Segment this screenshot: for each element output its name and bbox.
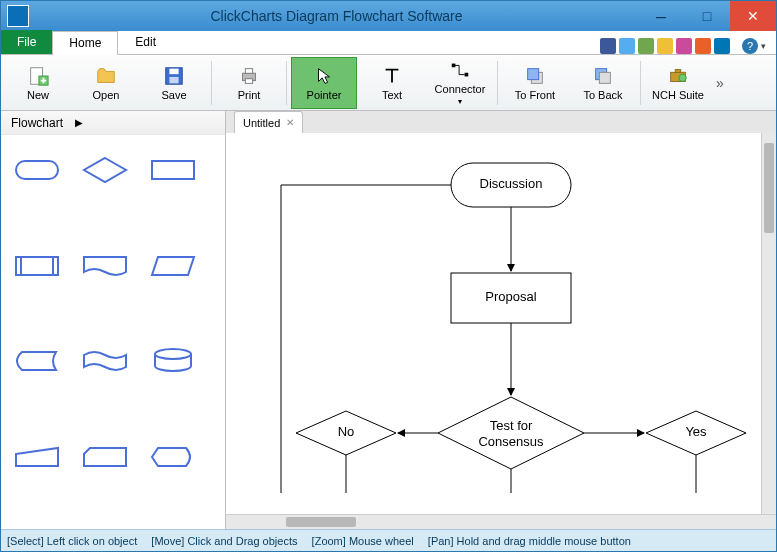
open-icon — [95, 65, 117, 87]
status-pan: [Pan] Hold and drag middle mouse button — [428, 535, 631, 547]
vertical-scrollbar[interactable] — [761, 133, 776, 514]
svg-rect-6 — [245, 68, 252, 73]
titlebar: ClickCharts Diagram Flowchart Software — [1, 1, 776, 31]
node-proposal[interactable]: Proposal — [485, 289, 536, 304]
shape-terminator[interactable] — [5, 145, 69, 195]
pointer-button[interactable]: Pointer — [291, 57, 357, 109]
svg-rect-13 — [599, 72, 610, 83]
tofront-icon — [524, 65, 546, 87]
text-button[interactable]: Text — [359, 57, 425, 109]
svg-point-22 — [155, 349, 191, 359]
shape-data[interactable] — [141, 241, 205, 291]
horizontal-scrollbar[interactable] — [226, 514, 776, 529]
tab-home[interactable]: Home — [52, 31, 118, 55]
status-move: [Move] Click and Drag objects — [151, 535, 297, 547]
node-test-l2[interactable]: Consensus — [478, 434, 544, 449]
dropdown-icon[interactable]: ▾ — [458, 97, 462, 106]
new-icon — [27, 65, 49, 87]
app-icon — [7, 5, 29, 27]
print-icon — [238, 65, 260, 87]
canvas[interactable]: Discussion Proposal Test for Conse — [226, 133, 761, 514]
svg-rect-11 — [528, 68, 539, 79]
connector-button[interactable]: Connector ▾ — [427, 57, 493, 109]
shape-card[interactable] — [73, 432, 137, 482]
maximize-button[interactable] — [684, 1, 730, 31]
minimize-button[interactable] — [638, 1, 684, 31]
window-title: ClickCharts Diagram Flowchart Software — [35, 8, 638, 24]
bookmark-icon[interactable] — [657, 38, 673, 54]
svg-rect-7 — [245, 78, 252, 83]
connector-icon — [449, 59, 471, 81]
status-zoom: [Zoom] Mouse wheel — [312, 535, 414, 547]
document-tab[interactable]: Untitled ✕ — [234, 111, 303, 133]
svg-rect-8 — [452, 64, 456, 68]
toback-icon — [592, 65, 614, 87]
shape-predefined[interactable] — [5, 241, 69, 291]
shape-database[interactable] — [141, 336, 205, 386]
node-discussion[interactable]: Discussion — [480, 176, 543, 191]
svg-rect-18 — [152, 161, 194, 179]
shapes-sidebar: Flowchart ▶ — [1, 111, 226, 529]
save-button[interactable]: Save — [141, 57, 207, 109]
close-tab-icon[interactable]: ✕ — [286, 117, 294, 128]
shape-manual-input[interactable] — [5, 432, 69, 482]
social-bar: ? ▾ — [600, 38, 776, 54]
ribbon-separator — [211, 61, 212, 105]
ribbon-separator — [640, 61, 641, 105]
svg-point-16 — [679, 74, 686, 81]
ribbon-separator — [286, 61, 287, 105]
stumbleupon-icon[interactable] — [695, 38, 711, 54]
svg-rect-15 — [675, 69, 681, 72]
node-no[interactable]: No — [338, 424, 355, 439]
nch-suite-button[interactable]: NCH Suite — [645, 57, 711, 109]
tab-edit[interactable]: Edit — [118, 30, 173, 54]
people-icon[interactable] — [676, 38, 692, 54]
google-plus-icon[interactable] — [638, 38, 654, 54]
print-button[interactable]: Print — [216, 57, 282, 109]
ribbon-separator — [497, 61, 498, 105]
shape-process[interactable] — [141, 145, 205, 195]
chevron-right-icon: ▶ — [75, 117, 83, 128]
node-yes[interactable]: Yes — [685, 424, 707, 439]
save-icon — [163, 65, 185, 87]
to-front-button[interactable]: To Front — [502, 57, 568, 109]
shape-display[interactable] — [141, 432, 205, 482]
status-bar: [Select] Left click on object [Move] Cli… — [1, 529, 776, 551]
pointer-icon — [313, 65, 335, 87]
to-back-button[interactable]: To Back — [570, 57, 636, 109]
shape-stored-data[interactable] — [5, 336, 69, 386]
status-select: [Select] Left click on object — [7, 535, 137, 547]
app-window: ClickCharts Diagram Flowchart Software F… — [0, 0, 777, 552]
open-button[interactable]: Open — [73, 57, 139, 109]
svg-rect-17 — [16, 161, 58, 179]
svg-rect-4 — [169, 76, 178, 82]
svg-rect-3 — [169, 68, 178, 74]
help-icon[interactable]: ? — [742, 38, 758, 54]
svg-rect-9 — [465, 73, 469, 77]
sidebar-header[interactable]: Flowchart ▶ — [1, 111, 225, 135]
shape-document[interactable] — [73, 241, 137, 291]
help-dropdown-icon[interactable]: ▾ — [761, 41, 766, 51]
ribbon-tab-strip: File Home Edit ? ▾ — [1, 31, 776, 55]
svg-rect-19 — [16, 257, 58, 275]
close-button[interactable] — [730, 1, 776, 31]
file-menu[interactable]: File — [1, 30, 52, 54]
ribbon-overflow-icon[interactable]: » — [713, 75, 727, 91]
linkedin-icon[interactable] — [714, 38, 730, 54]
twitter-icon[interactable] — [619, 38, 635, 54]
text-icon — [381, 65, 403, 87]
facebook-icon[interactable] — [600, 38, 616, 54]
node-test-l1[interactable]: Test for — [490, 418, 533, 433]
shape-tape[interactable] — [73, 336, 137, 386]
new-button[interactable]: New — [5, 57, 71, 109]
ribbon: New Open Save Print Pointer Text Connect… — [1, 55, 776, 111]
suite-icon — [667, 65, 689, 87]
shape-decision[interactable] — [73, 145, 137, 195]
document-tab-strip: Untitled ✕ — [226, 111, 776, 133]
shape-palette — [1, 135, 225, 529]
